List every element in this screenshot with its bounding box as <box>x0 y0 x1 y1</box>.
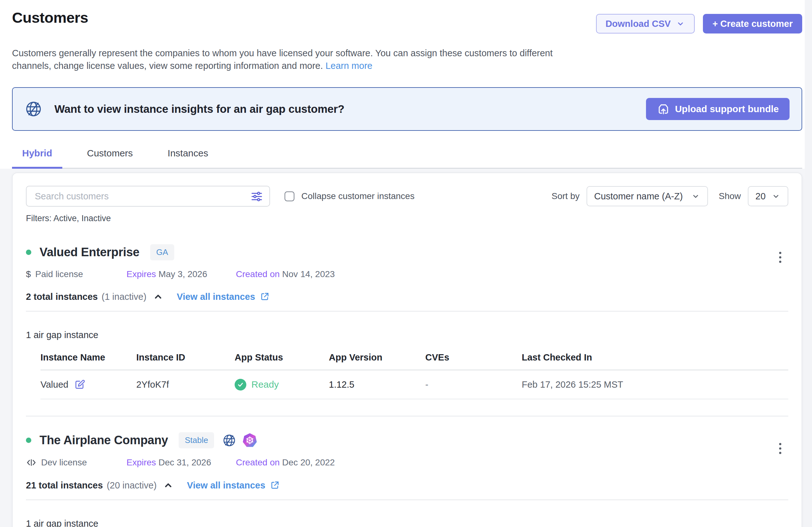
filter-sliders-icon[interactable] <box>250 190 263 203</box>
license-type: Dev license <box>41 457 87 468</box>
expires-date: Dec 31, 2026 <box>158 457 211 467</box>
expires-label: Expires <box>127 269 156 279</box>
col-cves: CVEs <box>425 352 522 363</box>
col-instance-name: Instance Name <box>41 352 136 363</box>
airgap-instance-count: 1 air gap instance <box>26 518 788 527</box>
customers-card: Collapse customer instances Sort by Cust… <box>12 172 802 527</box>
paid-license-icon: $ <box>26 269 31 279</box>
embedded-cluster-kubernetes-icon <box>243 433 257 448</box>
banner-title: Want to view instance insights for an ai… <box>54 103 344 115</box>
inactive-instances-count: (20 inactive) <box>106 480 157 491</box>
collapse-instances-checkbox[interactable] <box>285 192 294 201</box>
customer-actions-menu[interactable] <box>777 440 784 456</box>
download-csv-button[interactable]: Download CSV <box>596 14 695 33</box>
ready-check-icon <box>235 379 246 391</box>
customer-name-link[interactable]: Valued Enterprise <box>40 245 140 259</box>
tab-bar: Hybrid Customers Instances <box>12 148 802 169</box>
col-last-checked-in: Last Checked In <box>522 352 788 363</box>
active-status-dot <box>26 438 31 443</box>
tab-instances[interactable]: Instances <box>158 148 218 169</box>
license-type: Paid license <box>35 269 83 279</box>
upload-support-bundle-button[interactable]: Upload support bundle <box>646 98 789 120</box>
expires-date: May 3, 2026 <box>158 269 207 279</box>
chevron-down-icon <box>691 192 700 201</box>
main-section: Collapse customer instances Sort by Cust… <box>0 169 805 527</box>
expires-label: Expires <box>127 457 156 467</box>
collapse-instances-label: Collapse customer instances <box>301 191 415 201</box>
vertical-scrollbar[interactable] <box>805 0 812 527</box>
created-on-label: Created on <box>236 269 280 279</box>
sort-by-select[interactable]: Customer name (A-Z) <box>586 186 708 206</box>
col-app-version: App Version <box>329 352 425 363</box>
tab-hybrid[interactable]: Hybrid <box>12 148 62 169</box>
customer-divider <box>26 416 788 417</box>
airgap-banner: Want to view instance insights for an ai… <box>12 87 802 131</box>
customer-row-airplane-company: The Airplane Company Stable <box>26 432 788 527</box>
dev-license-code-icon <box>26 457 37 468</box>
last-checked-in-value: Feb 17, 2026 15:25 MST <box>522 379 788 390</box>
search-input[interactable] <box>26 186 270 207</box>
table-header-row: Instance Name Instance ID App Status App… <box>41 352 788 370</box>
instance-row: Valued 2YfoK7f <box>41 370 788 400</box>
create-customer-button[interactable]: + Create customer <box>703 14 802 33</box>
customer-actions-menu[interactable] <box>777 249 784 266</box>
channel-badge: GA <box>150 244 174 260</box>
customers-page: Customers Download CSV + Create customer… <box>0 0 812 527</box>
instance-name: Valued <box>41 379 68 390</box>
divider <box>26 499 788 500</box>
active-filters-label: Filters: Active, Inactive <box>26 214 788 223</box>
inactive-instances-count: (1 inactive) <box>102 291 146 302</box>
app-status-value: Ready <box>251 379 279 390</box>
view-all-instances-link[interactable]: View all instances <box>187 480 280 491</box>
list-controls: Collapse customer instances Sort by Cust… <box>26 186 788 207</box>
divider <box>26 311 788 312</box>
created-date: Dec 20, 2022 <box>282 457 335 467</box>
instances-table: Instance Name Instance ID App Status App… <box>41 352 788 400</box>
airgap-globe-icon <box>222 434 236 447</box>
show-count-select[interactable]: 20 <box>748 186 788 206</box>
chevron-up-icon[interactable] <box>152 291 164 303</box>
cves-value: - <box>425 379 522 390</box>
external-link-icon <box>260 291 270 302</box>
chevron-up-icon[interactable] <box>162 479 174 491</box>
channel-badge: Stable <box>179 432 214 448</box>
customer-name-link[interactable]: The Airplane Company <box>40 434 168 447</box>
view-all-instances-link[interactable]: View all instances <box>177 291 270 302</box>
col-instance-id: Instance ID <box>136 352 235 363</box>
upload-icon <box>657 102 670 116</box>
sort-by-label: Sort by <box>551 191 580 201</box>
show-label: Show <box>719 191 741 201</box>
chevron-down-icon <box>771 192 781 201</box>
app-version-value: 1.12.5 <box>329 379 425 390</box>
edit-pencil-icon[interactable] <box>74 379 85 390</box>
customer-row-valued-enterprise: Valued Enterprise GA $ Paid license Expi… <box>26 244 788 417</box>
external-link-icon <box>270 480 280 490</box>
airgap-instance-count: 1 air gap instance <box>26 330 788 340</box>
created-date: Nov 14, 2023 <box>282 269 335 279</box>
airgap-globe-icon <box>25 100 42 118</box>
learn-more-link[interactable]: Learn more <box>325 61 372 71</box>
total-instances-count: 2 total instances <box>26 291 98 302</box>
tab-customers[interactable]: Customers <box>77 148 143 169</box>
total-instances-count: 21 total instances <box>26 480 103 491</box>
active-status-dot <box>26 250 31 255</box>
instance-id: 2YfoK7f <box>136 379 235 390</box>
page-title: Customers <box>12 8 88 26</box>
chevron-down-icon <box>676 19 685 28</box>
created-on-label: Created on <box>236 457 280 467</box>
page-header: Customers Download CSV + Create customer… <box>0 0 805 169</box>
page-description: Customers generally represent the compan… <box>12 47 586 72</box>
col-app-status: App Status <box>235 352 329 363</box>
